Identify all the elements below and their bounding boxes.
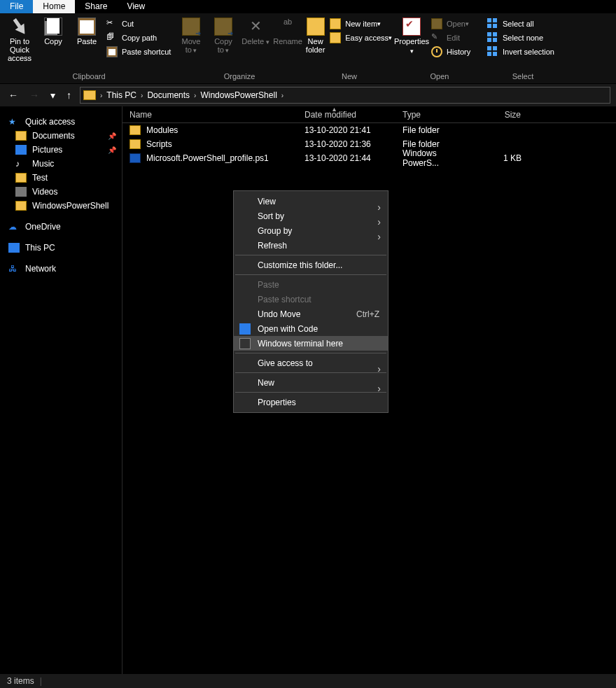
ctx-undo-move[interactable]: Undo MoveCtrl+Z [234, 307, 388, 321]
folder-icon [83, 90, 96, 100]
chevron-right-icon[interactable]: › [139, 92, 144, 99]
tab-home[interactable]: Home [33, 0, 75, 13]
status-item-count: 3 items [7, 676, 34, 686]
file-type: Windows PowerS... [396, 148, 476, 168]
ribbon: Pin to Quick access Copy Paste ✂Cut 🗐Cop… [0, 13, 616, 84]
sidebar-item-music[interactable]: ♪Music [0, 157, 122, 171]
up-button[interactable]: ↑ [64, 90, 74, 101]
address-bar[interactable]: › This PC › Documents › WindowsPowerShel… [80, 87, 610, 104]
copy-path-button[interactable]: 🗐Copy path [104, 31, 174, 44]
history-icon [431, 46, 442, 57]
invert-selection-icon [487, 46, 498, 57]
rename-button[interactable]: abRename [272, 16, 304, 47]
easy-access-icon [330, 32, 341, 43]
column-name[interactable]: Name [122, 110, 298, 120]
sidebar-onedrive[interactable]: ☁OneDrive [0, 220, 122, 234]
rename-icon: ab [279, 17, 297, 36]
file-date: 13-10-2020 21:41 [298, 125, 396, 135]
open-icon [431, 18, 442, 29]
forward-button[interactable]: → [27, 90, 42, 101]
sidebar-network[interactable]: 🖧Network [0, 262, 122, 276]
crumb-windowspowershell[interactable]: WindowsPowerShell [197, 90, 279, 100]
cut-button[interactable]: ✂Cut [104, 17, 174, 30]
copy-to-button[interactable]: Copy to [207, 16, 239, 56]
chevron-right-icon[interactable]: › [280, 92, 285, 99]
paste-shortcut-icon [106, 46, 118, 57]
column-headers: Name Date modified Type Size ▴ [122, 106, 616, 123]
ctx-separator [235, 372, 386, 373]
properties-button[interactable]: Properties [395, 16, 428, 57]
easy-access-button[interactable]: Easy access [327, 31, 395, 44]
edit-button[interactable]: ✎Edit [428, 31, 473, 44]
copy-button[interactable]: Copy [36, 16, 70, 47]
file-date: 13-10-2020 21:44 [298, 153, 396, 163]
crumb-documents[interactable]: Documents [144, 90, 192, 100]
terminal-icon [239, 338, 251, 349]
ctx-separator [235, 392, 386, 393]
folder-icon [15, 201, 27, 211]
crumb-this-pc[interactable]: This PC [104, 90, 139, 100]
tab-file[interactable]: File [0, 0, 33, 13]
paste-shortcut-button[interactable]: Paste shortcut [104, 45, 174, 58]
back-button[interactable]: ← [6, 90, 21, 101]
tab-share[interactable]: Share [75, 0, 117, 13]
ctx-sort-by[interactable]: Sort by [234, 209, 388, 223]
pin-icon: 📌 [108, 132, 116, 140]
ctx-group-by[interactable]: Group by [234, 223, 388, 238]
delete-button[interactable]: ✕Delete [239, 16, 272, 48]
navigation-pane: ★Quick access Documents📌 Pictures📌 ♪Musi… [0, 106, 122, 676]
column-type[interactable]: Type [396, 110, 476, 120]
column-date[interactable]: Date modified [298, 110, 396, 120]
sidebar-item-documents[interactable]: Documents📌 [0, 129, 122, 143]
select-none-button[interactable]: Select none [484, 31, 557, 44]
open-button[interactable]: Open [428, 17, 473, 30]
ctx-customize-folder[interactable]: Customize this folder... [234, 258, 388, 272]
vscode-icon [239, 323, 251, 335]
file-row[interactable]: Scripts13-10-2020 21:36File folder [122, 137, 616, 151]
ctx-give-access-to[interactable]: Give access to [234, 356, 388, 370]
ribbon-group-clipboard: Clipboard [3, 72, 175, 80]
pin-to-quick-access-button[interactable]: Pin to Quick access [3, 16, 36, 64]
history-button[interactable]: History [428, 45, 473, 58]
pin-icon [7, 14, 32, 39]
new-item-button[interactable]: New item [327, 17, 395, 30]
move-to-button[interactable]: Move to [175, 16, 207, 56]
sidebar-item-pictures[interactable]: Pictures📌 [0, 143, 122, 157]
select-all-button[interactable]: Select all [484, 17, 557, 30]
chevron-right-icon[interactable]: › [99, 92, 104, 99]
ctx-new[interactable]: New [234, 375, 388, 390]
ctx-separator [235, 255, 386, 255]
file-row[interactable]: Modules13-10-2020 21:41File folder [122, 123, 616, 137]
ctx-refresh[interactable]: Refresh [234, 238, 388, 253]
copy-icon [44, 17, 62, 36]
chevron-right-icon[interactable]: › [192, 92, 197, 99]
sidebar-item-videos[interactable]: Videos [0, 185, 122, 199]
file-name: Microsoft.PowerShell_profile.ps1 [146, 153, 269, 163]
ctx-open-with-code[interactable]: Open with Code [234, 321, 388, 336]
file-row[interactable]: Microsoft.PowerShell_profile.ps113-10-20… [122, 151, 616, 165]
navigation-bar: ← → ▾ ↑ › This PC › Documents › WindowsP… [0, 84, 616, 106]
ctx-windows-terminal-here[interactable]: Windows terminal here [234, 336, 388, 351]
ctx-view[interactable]: View [234, 194, 388, 209]
ctx-separator [235, 353, 386, 353]
sidebar-this-pc[interactable]: This PC [0, 241, 122, 255]
file-name: Modules [146, 125, 178, 135]
column-size[interactable]: Size [476, 110, 528, 120]
tab-view[interactable]: View [117, 0, 155, 13]
paste-button[interactable]: Paste [70, 16, 104, 47]
file-size: 1 KB [476, 153, 528, 163]
delete-icon: ✕ [246, 17, 265, 36]
powershell-file-icon [130, 153, 141, 163]
sidebar-quick-access[interactable]: ★Quick access [0, 115, 122, 129]
status-bar: 3 items | [0, 674, 616, 688]
edit-icon: ✎ [431, 32, 442, 43]
file-name: Scripts [146, 139, 172, 149]
folder-icon [130, 139, 141, 149]
recent-locations-button[interactable]: ▾ [48, 90, 58, 101]
sidebar-item-test[interactable]: Test [0, 171, 122, 185]
invert-selection-button[interactable]: Invert selection [484, 45, 557, 58]
new-folder-button[interactable]: New folder [304, 16, 327, 55]
ctx-properties[interactable]: Properties [234, 395, 388, 409]
sidebar-item-windowspowershell[interactable]: WindowsPowerShell [0, 199, 122, 213]
ribbon-group-open: Open [395, 72, 484, 80]
